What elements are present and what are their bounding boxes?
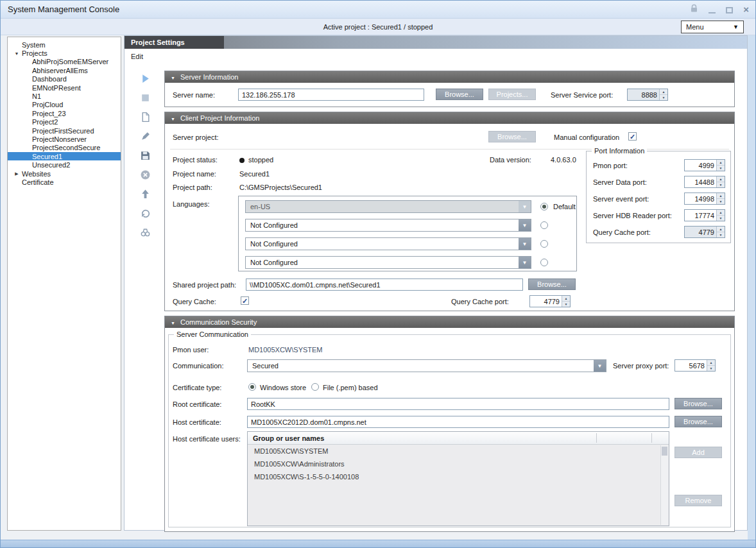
server-name-input[interactable] bbox=[238, 89, 424, 101]
cert-user-row[interactable]: MD1005XCW\SYSTEM bbox=[248, 445, 669, 458]
tab-project-settings[interactable]: Project Settings bbox=[125, 36, 224, 49]
new-project-icon[interactable] bbox=[140, 112, 151, 123]
communication-security-header[interactable]: ▼Communication Security bbox=[165, 316, 734, 328]
language-dropdown-1[interactable]: en-US ▼ bbox=[245, 200, 531, 213]
tree-item-projectnonserver[interactable]: ProjectNonserver bbox=[8, 135, 121, 143]
spinner-arrows-icon[interactable]: ▲▼ bbox=[716, 227, 725, 237]
chevron-down-icon[interactable]: ▼ bbox=[519, 219, 531, 231]
stop-project-icon[interactable] bbox=[140, 92, 151, 103]
edit-menu[interactable]: Edit bbox=[131, 53, 143, 60]
edit-project-icon[interactable] bbox=[140, 131, 151, 142]
chevron-down-icon[interactable]: ▼ bbox=[519, 238, 531, 250]
projects-button[interactable]: Projects... bbox=[488, 89, 536, 100]
server-information-header[interactable]: ▼Server Information bbox=[165, 71, 734, 83]
manual-configuration-checkbox[interactable] bbox=[628, 132, 637, 141]
tree-item-system[interactable]: System bbox=[8, 40, 121, 49]
tree-item-emnotpresent[interactable]: EMNotPResent bbox=[8, 83, 121, 92]
spinner-arrows-icon[interactable]: ▲▼ bbox=[716, 210, 725, 221]
spinner-arrows-icon[interactable]: ▲▼ bbox=[716, 193, 725, 204]
tree-item-secured1[interactable]: Secured1 bbox=[8, 152, 121, 160]
tree-item-project2[interactable]: Project2 bbox=[8, 118, 121, 126]
tree-item-projects[interactable]: ▼Projects bbox=[8, 49, 121, 57]
tree-item-unsecured2[interactable]: Unsecured2 bbox=[8, 160, 121, 169]
chevron-right-icon[interactable]: ▶ bbox=[12, 171, 22, 176]
tree-item-projectfirstsecured[interactable]: ProjectFirstSecured bbox=[8, 126, 121, 135]
spinner-arrows-icon[interactable]: ▲▼ bbox=[659, 89, 667, 100]
menu-dropdown-button[interactable]: Menu ▼ bbox=[681, 21, 744, 33]
query-cache-port-spinbox[interactable]: ▲▼ bbox=[529, 295, 571, 307]
communication-dropdown[interactable]: Secured ▼ bbox=[247, 359, 606, 372]
spinner-arrows-icon[interactable]: ▲▼ bbox=[562, 296, 570, 307]
add-user-button[interactable]: Add bbox=[674, 447, 722, 458]
shared-path-browse-button[interactable]: Browse... bbox=[528, 278, 576, 290]
shared-project-path-input[interactable] bbox=[246, 278, 523, 291]
service-port-input[interactable] bbox=[628, 89, 659, 100]
port-spinbox[interactable]: ▲▼ bbox=[684, 209, 725, 221]
upload-icon[interactable] bbox=[140, 189, 151, 200]
chevron-down-icon[interactable]: ▼ bbox=[12, 51, 22, 56]
tree-item-abhiprojsomeemserver[interactable]: AbhiProjSomeEMServer bbox=[8, 58, 121, 66]
tree-item-abhiserverallems[interactable]: AbhiserverAllEms bbox=[8, 66, 121, 74]
port-input[interactable] bbox=[685, 193, 716, 204]
pem-file-radio[interactable] bbox=[311, 383, 319, 391]
spinner-arrows-icon[interactable]: ▲▼ bbox=[716, 160, 725, 171]
scrollbar-thumb[interactable] bbox=[662, 447, 667, 456]
tree-item-projectsecondsecure[interactable]: ProjectSecondSecure bbox=[8, 144, 121, 152]
root-certificate-input[interactable] bbox=[247, 398, 669, 410]
port-spinbox[interactable]: ▲▼ bbox=[684, 159, 725, 171]
maximize-button[interactable] bbox=[726, 7, 733, 13]
service-port-spinbox[interactable]: ▲▼ bbox=[627, 89, 668, 101]
tree-item-n1[interactable]: N1 bbox=[8, 92, 121, 100]
column-separator[interactable] bbox=[596, 433, 597, 443]
server-proxy-port-input[interactable] bbox=[675, 360, 707, 371]
port-input[interactable] bbox=[685, 160, 716, 171]
language-default-radio-3[interactable] bbox=[540, 240, 548, 248]
tree-item-certificate[interactable]: Certificate bbox=[8, 178, 121, 186]
host-certificate-users-list[interactable]: Group or user names MD1005XCW\SYSTEMMD10… bbox=[247, 431, 669, 526]
host-certificate-input[interactable] bbox=[247, 416, 669, 428]
host-certificate-browse-button[interactable]: Browse... bbox=[674, 416, 722, 427]
port-spinbox[interactable]: ▲▼ bbox=[684, 193, 725, 205]
tree-item-projcloud[interactable]: ProjCloud bbox=[8, 101, 121, 109]
find-icon[interactable] bbox=[140, 227, 151, 238]
save-icon[interactable] bbox=[140, 150, 151, 161]
cert-user-row[interactable]: MD1005XCW\S-1-5-5-0-1400108 bbox=[248, 470, 669, 483]
column-separator[interactable] bbox=[651, 433, 652, 443]
language-default-radio-2[interactable] bbox=[540, 221, 548, 229]
cancel-icon[interactable] bbox=[140, 169, 151, 180]
chevron-down-icon[interactable]: ▼ bbox=[519, 257, 531, 268]
port-spinbox[interactable]: ▲▼ bbox=[684, 226, 725, 238]
server-project-browse-button[interactable]: Browse... bbox=[488, 131, 536, 142]
windows-store-radio[interactable] bbox=[248, 383, 256, 391]
cert-user-row[interactable]: MD1005XCW\Administrators bbox=[248, 458, 669, 470]
port-input[interactable] bbox=[685, 176, 716, 187]
chevron-down-icon[interactable]: ▼ bbox=[519, 201, 531, 212]
restore-icon[interactable] bbox=[140, 208, 151, 219]
root-certificate-browse-button[interactable]: Browse... bbox=[674, 398, 722, 409]
remove-user-button[interactable]: Remove bbox=[674, 495, 722, 506]
chevron-down-icon[interactable]: ▼ bbox=[594, 360, 606, 372]
port-spinbox[interactable]: ▲▼ bbox=[684, 176, 725, 188]
language-default-radio-4[interactable] bbox=[540, 259, 548, 266]
port-input[interactable] bbox=[685, 227, 716, 237]
language-dropdown-2[interactable]: Not Configured ▼ bbox=[245, 219, 531, 232]
client-project-information-header[interactable]: ▼Client Project Information bbox=[165, 112, 734, 124]
start-project-icon[interactable] bbox=[140, 73, 151, 84]
users-list-header[interactable]: Group or user names bbox=[248, 432, 669, 445]
users-list-scrollbar[interactable] bbox=[660, 445, 668, 525]
language-default-radio-1[interactable] bbox=[540, 203, 548, 210]
query-cache-checkbox[interactable] bbox=[241, 296, 249, 305]
language-dropdown-4[interactable]: Not Configured ▼ bbox=[245, 256, 531, 269]
tree-item-dashboard[interactable]: Dashboard bbox=[8, 75, 121, 83]
query-cache-port-input[interactable] bbox=[530, 296, 562, 307]
server-browse-button[interactable]: Browse... bbox=[436, 89, 483, 100]
tree-item-project-23[interactable]: Project_23 bbox=[8, 109, 121, 117]
close-button[interactable]: × bbox=[743, 4, 749, 15]
tree-item-websites[interactable]: ▶Websites bbox=[8, 169, 121, 178]
spinner-arrows-icon[interactable]: ▲▼ bbox=[707, 360, 715, 371]
port-input[interactable] bbox=[685, 210, 716, 221]
language-dropdown-3[interactable]: Not Configured ▼ bbox=[245, 237, 531, 250]
minimize-button[interactable] bbox=[709, 6, 716, 13]
spinner-arrows-icon[interactable]: ▲▼ bbox=[716, 176, 725, 187]
server-proxy-port-spinbox[interactable]: ▲▼ bbox=[674, 359, 716, 372]
